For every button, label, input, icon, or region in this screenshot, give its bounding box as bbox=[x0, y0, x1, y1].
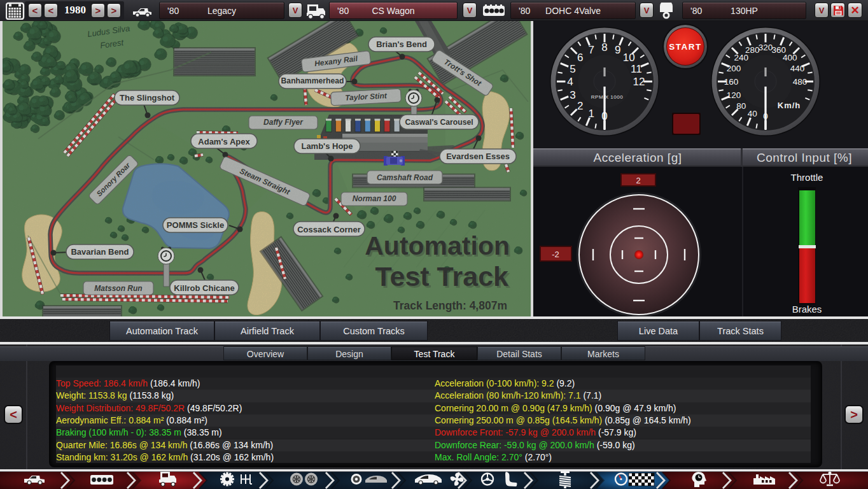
svg-text:7: 7 bbox=[589, 44, 594, 56]
svg-text:-2: -2 bbox=[552, 250, 559, 259]
svg-text:2: 2 bbox=[577, 100, 583, 112]
svg-text:Brakes: Brakes bbox=[792, 304, 822, 315]
svg-text:280: 280 bbox=[745, 45, 760, 55]
svg-text:10: 10 bbox=[623, 52, 635, 64]
svg-text:RPM X 1000: RPM X 1000 bbox=[591, 94, 623, 100]
svg-text:8: 8 bbox=[601, 41, 607, 53]
svg-text:400: 400 bbox=[783, 53, 797, 62]
svg-text:2: 2 bbox=[636, 176, 640, 185]
svg-text:5: 5 bbox=[570, 63, 575, 75]
svg-text:Throttle: Throttle bbox=[791, 172, 823, 183]
svg-text:480: 480 bbox=[793, 77, 808, 87]
svg-text:START: START bbox=[669, 42, 702, 52]
svg-text:160: 160 bbox=[724, 77, 739, 87]
svg-text:Control Input [%]: Control Input [%] bbox=[757, 151, 852, 164]
svg-text:11: 11 bbox=[631, 63, 642, 75]
svg-text:4: 4 bbox=[567, 76, 573, 88]
svg-text:6: 6 bbox=[577, 52, 583, 64]
svg-text:1: 1 bbox=[589, 108, 594, 120]
svg-text:80: 80 bbox=[736, 101, 746, 111]
svg-text:3: 3 bbox=[570, 89, 575, 101]
svg-text:9: 9 bbox=[615, 44, 620, 56]
svg-text:200: 200 bbox=[727, 64, 741, 73]
svg-text:440: 440 bbox=[790, 64, 805, 73]
svg-text:120: 120 bbox=[727, 90, 741, 100]
svg-text:Acceleration [g]: Acceleration [g] bbox=[594, 151, 682, 164]
svg-text:12: 12 bbox=[633, 76, 645, 88]
svg-text:40: 40 bbox=[748, 109, 757, 118]
svg-text:320: 320 bbox=[759, 43, 773, 52]
svg-text:Km/h: Km/h bbox=[778, 101, 801, 110]
